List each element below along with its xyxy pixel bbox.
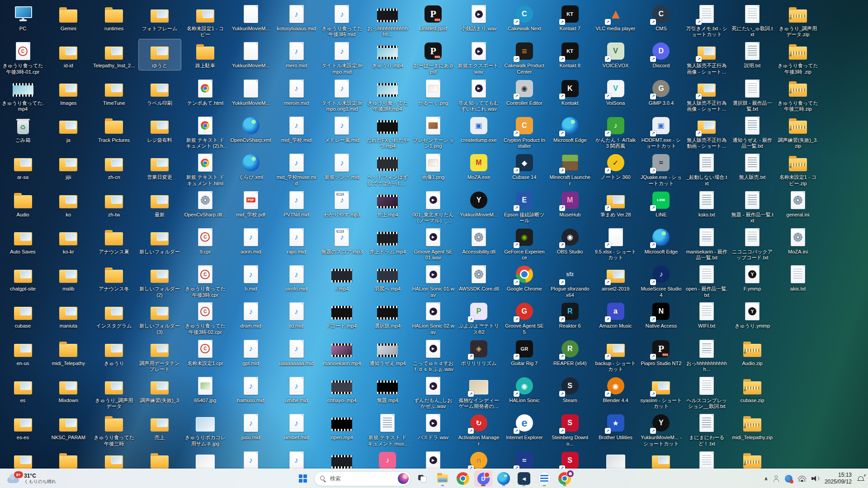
desktop-icon[interactable]: ▶ずんだもん_しおかぜふ.wav (412, 374, 454, 411)
desktop-icon[interactable]: ◆↗Cubase 14 (503, 151, 545, 181)
desktop-icon[interactable]: MoZA.ini (777, 225, 819, 256)
desktop-icon[interactable]: Telepathy_Inst_2... (93, 39, 135, 70)
desktop-icon[interactable]: きゅうり食ってた午後3時 .zip (777, 39, 819, 76)
desktop-icon[interactable]: おっhhhhhhhhhhhh... (686, 337, 728, 374)
desktop-icon[interactable]: ↗無人販売不正行為画像 - ショートカット (686, 77, 728, 113)
desktop-icon[interactable]: 調声用データテンプレート (139, 337, 181, 374)
desktop-icon[interactable]: ★↗Brother Utilities (594, 411, 637, 441)
desktop-icon[interactable]: 選択肢.mp4 (367, 300, 409, 330)
desktop-icon[interactable]: アナウンス夏 (93, 225, 135, 256)
desktop-icon[interactable]: V↗VOICEVOX (594, 39, 637, 70)
start-button[interactable] (294, 470, 312, 487)
desktop-icon[interactable]: open - 親作品一覧.txt (686, 263, 728, 299)
desktop-icon[interactable]: M↗MuseHub (549, 188, 591, 219)
volume-icon[interactable] (811, 475, 819, 482)
desktop-icon[interactable]: V↗VoiSona (594, 77, 637, 107)
desktop-icon[interactable]: 新しいフォルダー (3) (139, 300, 181, 336)
desktop-icon[interactable]: くらび.xml (230, 151, 272, 181)
desktop-icon[interactable] (93, 449, 135, 469)
desktop-icon[interactable]: きゅうり_調声用データ.zip (777, 2, 819, 39)
desktop-icon[interactable]: Auto Saves (2, 225, 44, 256)
desktop-icon[interactable]: Y↗YukkuriMovieM... - ショートカット (640, 411, 682, 448)
desktop-icon[interactable]: general.ini (777, 188, 819, 219)
desktop-icon[interactable]: ♪b.mid (230, 263, 272, 293)
desktop-icon[interactable]: ◉↗GeForce Experience (503, 225, 545, 262)
desktop-icon[interactable]: ↗筆まめ Ver.28 (594, 188, 637, 219)
steinberg-activation-button[interactable] (535, 470, 553, 487)
desktop-icon[interactable]: cubase.zip (731, 374, 774, 404)
desktop-icon[interactable]: ▶001_東北ぎりたん（ノーマル）_今じゃ... (412, 188, 454, 225)
desktop-icon[interactable]: C名称未設定1.cpr (184, 337, 226, 367)
desktop-icon[interactable]: 65407.jpg (184, 374, 226, 404)
desktop-icon[interactable]: ▲↗VLC media player (594, 2, 637, 33)
desktop-icon[interactable]: TimeTune (93, 77, 135, 107)
desktop-icon[interactable]: ◉↗OBS Studio (549, 225, 591, 256)
desktop-icon[interactable]: KT↗Kontakt 7 (549, 2, 591, 33)
desktop-icon[interactable]: 調声練習(失敗)_3 (139, 374, 181, 404)
desktop-icon[interactable]: PNT2↗Piapro Studio NT2 (640, 337, 682, 367)
desktop-icon[interactable]: ♪uaaaaaaaa.mid (275, 337, 317, 367)
desktop-icon[interactable]: GR↗Guitar Rig 7 (503, 337, 545, 367)
hidden-icons-chevron-icon[interactable]: ∧ (764, 476, 768, 482)
desktop-icon[interactable]: OpenCvSharp.dll... (184, 188, 226, 219)
desktop-icon[interactable]: レジ袋有料 (139, 114, 181, 144)
desktop-icon[interactable]: zh-tw (93, 188, 135, 219)
desktop-icon[interactable]: C9.cpr (184, 225, 226, 256)
desktop-icon[interactable]: ヘッドフォンはずしててよがっt.mp4 (367, 151, 409, 188)
desktop-icon[interactable]: KT↗Kontakt 8 (549, 39, 591, 70)
desktop-icon[interactable]: D↗Discord (640, 39, 682, 70)
desktop-icon[interactable] (686, 449, 728, 469)
desktop-icon[interactable]: PDFmid_学校.pdf (230, 188, 272, 219)
desktop-icon[interactable]: midi_Telepathy.zip (731, 411, 774, 441)
discord-button[interactable]: D (474, 470, 492, 487)
desktop-icon[interactable]: ♪新規ソング.mid (321, 151, 363, 181)
desktop-icon[interactable]: C↗CMS (640, 2, 682, 33)
desktop-icon[interactable]: S↗ (549, 449, 591, 469)
desktop-icon[interactable]: ≈↗ (503, 449, 545, 469)
desktop-icon[interactable]: LINE↗LINE (640, 188, 682, 219)
desktop-icon[interactable]: ♻ごみ箱 (2, 114, 44, 144)
desktop-icon[interactable]: ゆうと (139, 39, 181, 70)
desktop-icon[interactable]: ▶Groove Agent SE 01.wav (412, 225, 454, 262)
desktop-icon[interactable]: YF.ymmp (731, 263, 774, 293)
desktop-icon[interactable]: ♪kotusytuaaus.mid (275, 2, 317, 33)
search-box[interactable]: 検索 (314, 471, 411, 486)
desktop-icon[interactable]: es (2, 374, 44, 404)
desktop-icon[interactable]: YukkuriMovieM... (230, 77, 272, 107)
desktop-icon[interactable] (640, 449, 682, 469)
desktop-icon[interactable]: 羽尻へ.mp4 (367, 263, 409, 293)
desktop-icon[interactable]: 井上ドラム.mp4 (367, 225, 409, 256)
desktop-icon[interactable]: ♪メドレー風.mid (321, 114, 363, 144)
desktop-icon[interactable]: ♪umibe.mid (275, 374, 317, 404)
desktop-icon[interactable]: midi_Telepathy (47, 337, 90, 367)
desktop-icon[interactable]: 営業日変更 (139, 151, 181, 181)
desktop-icon[interactable]: フォトフレーム (139, 2, 181, 33)
desktop-icon[interactable]: Mixdown (47, 374, 90, 404)
desktop-icon[interactable]: Audio.zip (731, 337, 774, 367)
desktop-icon[interactable]: Track Pictures (93, 114, 135, 144)
desktop-icon[interactable]: 新しいフォルダー (139, 225, 181, 256)
desktop-icon[interactable]: maniuta (47, 300, 90, 330)
desktop-icon[interactable]: ♪umibet.mid (275, 411, 317, 441)
desktop-icon[interactable]: ko-kr (47, 225, 90, 256)
desktop-icon[interactable]: アナウンス冬 (93, 263, 135, 293)
desktop-icon[interactable]: es-es (2, 411, 44, 441)
desktop-icon[interactable] (47, 449, 90, 469)
desktop-icon[interactable]: ▶新規エクスポート.wav (458, 39, 500, 76)
desktop-icon[interactable]: ♪gpt.mid (230, 337, 272, 367)
desktop-icon[interactable]: 名称未設定1 - コピー.zip (777, 151, 819, 188)
desktop-icon[interactable]: だれだFXいれたやつ.mp4 (367, 114, 409, 150)
desktop-icon[interactable]: ↗Microsoft Edge (640, 225, 682, 256)
desktop-icon[interactable] (2, 449, 44, 469)
desktop-icon[interactable]: ▶小銭詰まり.wav (458, 2, 500, 33)
edge-button[interactable] (495, 470, 513, 487)
desktop-icon[interactable]: P↗ぷよぷよ™テトリス®2 (458, 300, 500, 336)
desktop-icon[interactable]: ↗無人販売不正行為画像 - ショートカッ... (686, 39, 728, 76)
desktop-icon[interactable]: 新規 テキスト ドキュメント.html (184, 151, 226, 188)
desktop-icon[interactable]: AWSSDK.Core.dll (458, 263, 500, 293)
desktop-icon[interactable]: WIFI.txt (686, 300, 728, 330)
desktop-icon[interactable]: Yきゅうり.ymmp (731, 300, 774, 330)
desktop-icon[interactable]: ▶答え知っててもむずいわこれ.wav (458, 77, 500, 113)
desktop-icon[interactable]: open.mp4 (321, 411, 363, 441)
desktop-icon[interactable]: R↗Reaktor 6 (549, 300, 591, 330)
